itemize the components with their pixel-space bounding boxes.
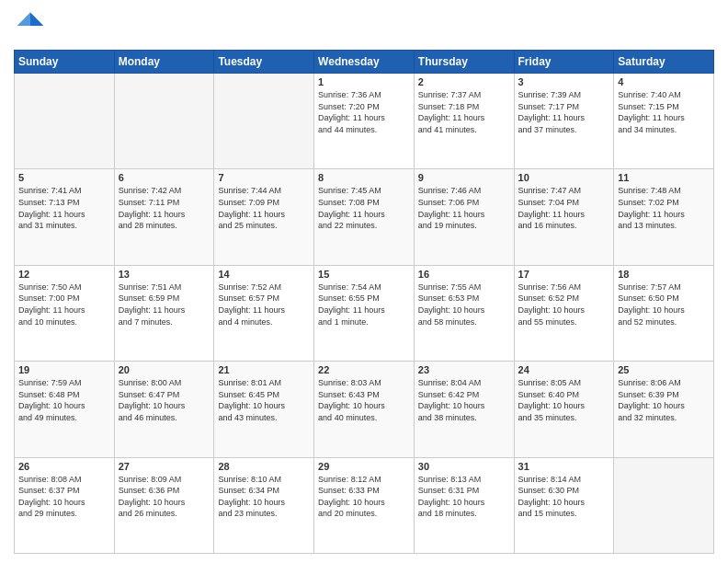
calendar-cell: [214, 74, 314, 169]
day-info: Sunrise: 8:05 AMSunset: 6:40 PMDaylight:…: [518, 377, 610, 423]
day-number: 23: [418, 364, 510, 375]
calendar-cell: 22Sunrise: 8:03 AMSunset: 6:43 PMDayligh…: [314, 362, 415, 457]
day-number: 10: [518, 172, 610, 183]
day-number: 13: [119, 269, 210, 280]
day-info: Sunrise: 7:42 AMSunset: 7:11 PMDaylight:…: [119, 185, 210, 231]
day-info: Sunrise: 7:51 AMSunset: 6:59 PMDaylight:…: [119, 282, 210, 327]
svg-rect-2: [17, 26, 44, 39]
day-number: 28: [218, 461, 310, 472]
day-number: 22: [318, 364, 410, 375]
day-header-friday: Friday: [514, 51, 614, 74]
calendar-cell: 5Sunrise: 7:41 AMSunset: 7:13 PMDaylight…: [15, 169, 115, 265]
calendar-cell: [15, 74, 115, 169]
day-number: 24: [518, 364, 610, 375]
calendar-cell: 4Sunrise: 7:40 AMSunset: 7:15 PMDaylight…: [614, 74, 714, 169]
calendar-cell: 17Sunrise: 7:56 AMSunset: 6:52 PMDayligh…: [514, 265, 614, 361]
day-number: 7: [218, 172, 310, 183]
calendar-week-5: 26Sunrise: 8:08 AMSunset: 6:37 PMDayligh…: [15, 457, 714, 553]
day-number: 6: [119, 172, 210, 183]
day-number: 18: [618, 269, 710, 280]
calendar-cell: 11Sunrise: 7:48 AMSunset: 7:02 PMDayligh…: [614, 169, 714, 265]
calendar-cell: 19Sunrise: 7:59 AMSunset: 6:48 PMDayligh…: [15, 362, 115, 457]
day-info: Sunrise: 7:40 AMSunset: 7:15 PMDaylight:…: [618, 89, 710, 135]
day-number: 29: [318, 461, 410, 472]
day-number: 4: [618, 76, 710, 87]
day-info: Sunrise: 7:47 AMSunset: 7:04 PMDaylight:…: [518, 185, 610, 231]
calendar-cell: 26Sunrise: 8:08 AMSunset: 6:37 PMDayligh…: [15, 457, 115, 553]
day-number: 16: [418, 269, 510, 280]
days-header-row: SundayMondayTuesdayWednesdayThursdayFrid…: [15, 51, 714, 74]
day-info: Sunrise: 8:09 AMSunset: 6:36 PMDaylight:…: [119, 474, 210, 520]
day-header-sunday: Sunday: [15, 51, 115, 74]
calendar-cell: 25Sunrise: 8:06 AMSunset: 6:39 PMDayligh…: [614, 362, 714, 457]
calendar-cell: 14Sunrise: 7:52 AMSunset: 6:57 PMDayligh…: [214, 265, 314, 361]
day-header-thursday: Thursday: [414, 51, 514, 74]
day-info: Sunrise: 7:59 AMSunset: 6:48 PMDaylight:…: [18, 377, 110, 423]
calendar-cell: 20Sunrise: 8:00 AMSunset: 6:47 PMDayligh…: [114, 362, 214, 457]
calendar-cell: [614, 457, 714, 553]
day-number: 30: [418, 461, 510, 472]
day-info: Sunrise: 7:56 AMSunset: 6:52 PMDaylight:…: [518, 282, 610, 327]
day-number: 17: [518, 269, 610, 280]
calendar-cell: 9Sunrise: 7:46 AMSunset: 7:06 PMDaylight…: [414, 169, 514, 265]
day-info: Sunrise: 8:14 AMSunset: 6:30 PMDaylight:…: [518, 474, 610, 520]
logo: [14, 9, 51, 42]
calendar-cell: 1Sunrise: 7:36 AMSunset: 7:20 PMDaylight…: [314, 74, 415, 169]
day-number: 5: [18, 172, 110, 183]
calendar-week-1: 1Sunrise: 7:36 AMSunset: 7:20 PMDaylight…: [15, 74, 714, 169]
day-info: Sunrise: 7:37 AMSunset: 7:18 PMDaylight:…: [418, 89, 510, 135]
calendar-cell: 16Sunrise: 7:55 AMSunset: 6:53 PMDayligh…: [414, 265, 514, 361]
day-number: 1: [318, 76, 410, 87]
day-info: Sunrise: 7:52 AMSunset: 6:57 PMDaylight:…: [218, 282, 310, 327]
svg-marker-0: [30, 13, 43, 26]
calendar-cell: 24Sunrise: 8:05 AMSunset: 6:40 PMDayligh…: [514, 362, 614, 457]
day-info: Sunrise: 8:00 AMSunset: 6:47 PMDaylight:…: [119, 377, 210, 423]
day-info: Sunrise: 7:45 AMSunset: 7:08 PMDaylight:…: [318, 185, 410, 231]
calendar-cell: 15Sunrise: 7:54 AMSunset: 6:55 PMDayligh…: [314, 265, 415, 361]
calendar-cell: 31Sunrise: 8:14 AMSunset: 6:30 PMDayligh…: [514, 457, 614, 553]
calendar-cell: 3Sunrise: 7:39 AMSunset: 7:17 PMDaylight…: [514, 74, 614, 169]
day-number: 9: [418, 172, 510, 183]
day-info: Sunrise: 8:10 AMSunset: 6:34 PMDaylight:…: [218, 474, 310, 520]
calendar-cell: 8Sunrise: 7:45 AMSunset: 7:08 PMDaylight…: [314, 169, 415, 265]
calendar-week-2: 5Sunrise: 7:41 AMSunset: 7:13 PMDaylight…: [15, 169, 714, 265]
day-number: 20: [119, 364, 210, 375]
day-info: Sunrise: 7:46 AMSunset: 7:06 PMDaylight:…: [418, 185, 510, 231]
logo-icon: [14, 9, 47, 42]
calendar: SundayMondayTuesdayWednesdayThursdayFrid…: [14, 50, 714, 554]
calendar-cell: [114, 74, 214, 169]
calendar-cell: 21Sunrise: 8:01 AMSunset: 6:45 PMDayligh…: [214, 362, 314, 457]
day-info: Sunrise: 7:54 AMSunset: 6:55 PMDaylight:…: [318, 282, 410, 327]
svg-marker-1: [17, 13, 30, 26]
day-info: Sunrise: 7:55 AMSunset: 6:53 PMDaylight:…: [418, 282, 510, 327]
day-number: 15: [318, 269, 410, 280]
calendar-cell: 12Sunrise: 7:50 AMSunset: 7:00 PMDayligh…: [15, 265, 115, 361]
day-number: 3: [518, 76, 610, 87]
header: [14, 9, 714, 42]
day-info: Sunrise: 8:13 AMSunset: 6:31 PMDaylight:…: [418, 474, 510, 520]
day-info: Sunrise: 7:44 AMSunset: 7:09 PMDaylight:…: [218, 185, 310, 231]
day-number: 12: [18, 269, 110, 280]
day-info: Sunrise: 7:39 AMSunset: 7:17 PMDaylight:…: [518, 89, 610, 135]
day-info: Sunrise: 8:03 AMSunset: 6:43 PMDaylight:…: [318, 377, 410, 423]
calendar-cell: 6Sunrise: 7:42 AMSunset: 7:11 PMDaylight…: [114, 169, 214, 265]
day-header-tuesday: Tuesday: [214, 51, 314, 74]
calendar-cell: 7Sunrise: 7:44 AMSunset: 7:09 PMDaylight…: [214, 169, 314, 265]
day-number: 27: [119, 461, 210, 472]
day-info: Sunrise: 7:41 AMSunset: 7:13 PMDaylight:…: [18, 185, 110, 231]
day-header-monday: Monday: [114, 51, 214, 74]
page: SundayMondayTuesdayWednesdayThursdayFrid…: [0, 0, 728, 563]
day-number: 25: [618, 364, 710, 375]
day-number: 11: [618, 172, 710, 183]
calendar-cell: 28Sunrise: 8:10 AMSunset: 6:34 PMDayligh…: [214, 457, 314, 553]
calendar-cell: 18Sunrise: 7:57 AMSunset: 6:50 PMDayligh…: [614, 265, 714, 361]
day-header-saturday: Saturday: [614, 51, 714, 74]
calendar-cell: 27Sunrise: 8:09 AMSunset: 6:36 PMDayligh…: [114, 457, 214, 553]
day-number: 31: [518, 461, 610, 472]
day-number: 26: [18, 461, 110, 472]
day-info: Sunrise: 8:08 AMSunset: 6:37 PMDaylight:…: [18, 474, 110, 520]
day-info: Sunrise: 7:57 AMSunset: 6:50 PMDaylight:…: [618, 282, 710, 327]
day-info: Sunrise: 8:01 AMSunset: 6:45 PMDaylight:…: [218, 377, 310, 423]
calendar-cell: 10Sunrise: 7:47 AMSunset: 7:04 PMDayligh…: [514, 169, 614, 265]
day-info: Sunrise: 8:04 AMSunset: 6:42 PMDaylight:…: [418, 377, 510, 423]
